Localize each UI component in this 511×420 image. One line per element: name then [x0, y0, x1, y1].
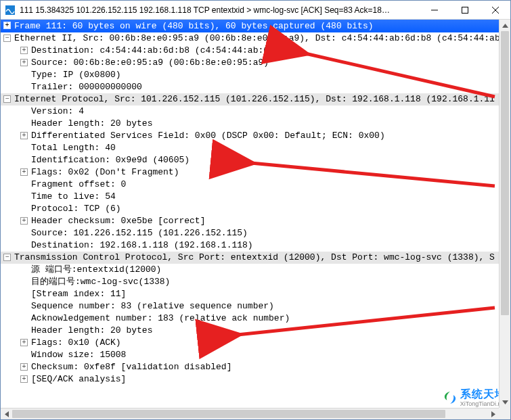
tcp-seq-row[interactable]: Sequence number: 83 (relative sequence n… — [1, 300, 510, 312]
ip-dsf-row[interactable]: + Differentiated Services Field: 0x00 (D… — [1, 130, 510, 142]
scroll-left-button[interactable] — [1, 409, 12, 420]
expand-icon[interactable]: + — [20, 217, 28, 225]
expand-icon[interactable]: + — [20, 59, 28, 66]
ip-proto-row[interactable]: Protocol: TCP (6) — [1, 203, 510, 215]
ip-tlen: Total Length: 40 — [31, 143, 116, 153]
eth-type-row[interactable]: Type: IP (0x0800) — [1, 69, 510, 81]
ip-hcksum-row[interactable]: + Header checksum: 0xe5be [correct] — [1, 215, 510, 227]
tcp-flags: Flags: 0x10 (ACK) — [31, 337, 121, 348]
expand-icon[interactable]: + — [20, 47, 28, 54]
ip-frag-row[interactable]: Fragment offset: 0 — [1, 179, 510, 191]
maximize-button[interactable] — [449, 1, 480, 20]
ethernet-summary: Ethernet II, Src: 00:6b:8e:e0:95:a9 (00:… — [14, 33, 500, 43]
expand-icon[interactable]: + — [3, 22, 11, 29]
collapse-icon[interactable]: − — [3, 95, 11, 103]
packet-details-tree: − Ethernet II, Src: 00:6b:8e:e0:95:a9 (0… — [1, 32, 510, 399]
window-title: 111 15.384325 101.226.152.115 192.168.1.… — [16, 5, 419, 15]
tcp-ack: Acknowledgement number: 183 (relative ac… — [31, 313, 290, 323]
tcp-summary: Transmission Control Protocol, Src Port:… — [14, 252, 495, 262]
watermark-logo-icon — [443, 390, 458, 405]
watermark: 系统天地 XiTongTianDi.net — [443, 388, 506, 407]
ethernet-row[interactable]: − Ethernet II, Src: 00:6b:8e:e0:95:a9 (0… — [1, 32, 510, 45]
scroll-down-button[interactable] — [499, 396, 510, 408]
tcp-stream-row[interactable]: [Stream index: 11] — [1, 288, 510, 300]
svg-marker-10 — [5, 411, 9, 417]
scroll-up-button[interactable] — [499, 20, 510, 31]
tcp-win: Window size: 15008 — [31, 350, 126, 360]
horizontal-scroll-thumb[interactable] — [12, 410, 445, 418]
tcp-seq: Sequence number: 83 (relative sequence n… — [31, 301, 274, 311]
vertical-scroll-thumb[interactable] — [501, 31, 509, 315]
ip-row[interactable]: − Internet Protocol, Src: 101.226.152.11… — [1, 93, 510, 106]
ip-flags-row[interactable]: + Flags: 0x02 (Don't Fragment) — [1, 166, 510, 179]
collapse-icon[interactable]: − — [3, 34, 11, 42]
svg-marker-8 — [502, 24, 508, 28]
horizontal-scrollbar[interactable] — [1, 408, 499, 419]
eth-source: Source: 00:6b:8e:e0:95:a9 (00:6b:8e:e0:9… — [31, 57, 269, 68]
tcp-seqack-row[interactable]: + [SEQ/ACK analysis] — [1, 373, 510, 386]
eth-type: Type: IP (0x0800) — [31, 70, 121, 80]
eth-trailer: Trailer: 000000000000 — [31, 82, 142, 92]
tcp-dstport-row[interactable]: 目的端口号:wmc-log-svc(1338) — [1, 276, 510, 288]
tcp-flags-row[interactable]: + Flags: 0x10 (ACK) — [1, 337, 510, 349]
expand-icon[interactable]: + — [20, 168, 28, 176]
svg-marker-9 — [502, 400, 508, 404]
expand-icon[interactable]: + — [20, 375, 28, 383]
vertical-scrollbar[interactable] — [499, 20, 510, 408]
ip-hcksum: Header checksum: 0xe5be [correct] — [31, 216, 205, 226]
ip-ttl: Time to live: 54 — [31, 191, 116, 202]
eth-source-row[interactable]: + Source: 00:6b:8e:e0:95:a9 (00:6b:8e:e0… — [1, 57, 510, 69]
ip-version-row[interactable]: Version: 4 — [1, 106, 510, 118]
tcp-seqack: [SEQ/ACK analysis] — [31, 374, 126, 384]
ip-flags: Flags: 0x02 (Don't Fragment) — [31, 167, 179, 177]
svg-rect-2 — [462, 7, 468, 13]
expand-icon[interactable]: + — [20, 339, 28, 346]
empty-row — [1, 386, 510, 398]
tcp-hlen-row[interactable]: Header length: 20 bytes — [1, 325, 510, 337]
svg-marker-11 — [491, 411, 495, 417]
ip-dsf: Differentiated Services Field: 0x00 (DSC… — [31, 131, 385, 141]
scrollbar-corner — [499, 408, 510, 419]
ip-id: Identification: 0x9e9d (40605) — [31, 155, 190, 165]
ip-frag: Fragment offset: 0 — [31, 179, 126, 189]
close-button[interactable] — [480, 1, 510, 20]
ip-hlen-row[interactable]: Header length: 20 bytes — [1, 118, 510, 130]
tcp-win-row[interactable]: Window size: 15008 — [1, 349, 510, 361]
ip-summary: Internet Protocol, Src: 101.226.152.115 … — [14, 94, 495, 104]
ip-proto: Protocol: TCP (6) — [31, 204, 121, 214]
tcp-dstport: 目的端口号:wmc-log-svc(1338) — [31, 277, 170, 287]
expand-icon[interactable]: + — [20, 132, 28, 139]
tcp-hlen: Header length: 20 bytes — [31, 325, 152, 335]
titlebar: 111 15.384325 101.226.152.115 192.168.1.… — [1, 1, 510, 20]
tcp-ack-row[interactable]: Acknowledgement number: 183 (relative ac… — [1, 312, 510, 325]
eth-destination: Destination: c4:54:44:ab:6d:b8 (c4:54:44… — [31, 45, 295, 55]
tcp-srcport: 源 端口号:entextxid(12000) — [31, 264, 161, 275]
tcp-row[interactable]: − Transmission Control Protocol, Src Por… — [1, 252, 510, 264]
wireshark-icon — [5, 5, 16, 16]
ip-tlen-row[interactable]: Total Length: 40 — [1, 142, 510, 154]
minimize-button[interactable] — [419, 1, 449, 20]
ip-version: Version: 4 — [31, 106, 84, 116]
frame-summary-row[interactable]: + Frame 111: 60 bytes on wire (480 bits)… — [1, 20, 510, 32]
collapse-icon[interactable]: − — [3, 254, 11, 261]
ip-id-row[interactable]: Identification: 0x9e9d (40605) — [1, 154, 510, 166]
ip-dstaddr: Destination: 192.168.1.118 (192.168.1.11… — [31, 240, 253, 250]
eth-destination-row[interactable]: + Destination: c4:54:44:ab:6d:b8 (c4:54:… — [1, 45, 510, 57]
tcp-stream: [Stream index: 11] — [31, 289, 126, 299]
tcp-srcport-row[interactable]: 源 端口号:entextxid(12000) — [1, 264, 510, 276]
ip-dst-row[interactable]: Destination: 192.168.1.118 (192.168.1.11… — [1, 239, 510, 252]
tcp-cksum-row[interactable]: + Checksum: 0xfe8f [validation disabled] — [1, 361, 510, 373]
scroll-right-button[interactable] — [487, 409, 499, 420]
tcp-cksum: Checksum: 0xfe8f [validation disabled] — [31, 362, 231, 372]
eth-trailer-row[interactable]: Trailer: 000000000000 — [1, 81, 510, 93]
ip-ttl-row[interactable]: Time to live: 54 — [1, 191, 510, 203]
ip-hlen: Header length: 20 bytes — [31, 118, 152, 129]
frame-summary-text: Frame 111: 60 bytes on wire (480 bits), … — [14, 21, 374, 31]
ip-srcaddr: Source: 101.226.152.115 (101.226.152.115… — [31, 228, 248, 238]
expand-icon[interactable]: + — [20, 363, 28, 371]
ip-src-row[interactable]: Source: 101.226.152.115 (101.226.152.115… — [1, 227, 510, 239]
